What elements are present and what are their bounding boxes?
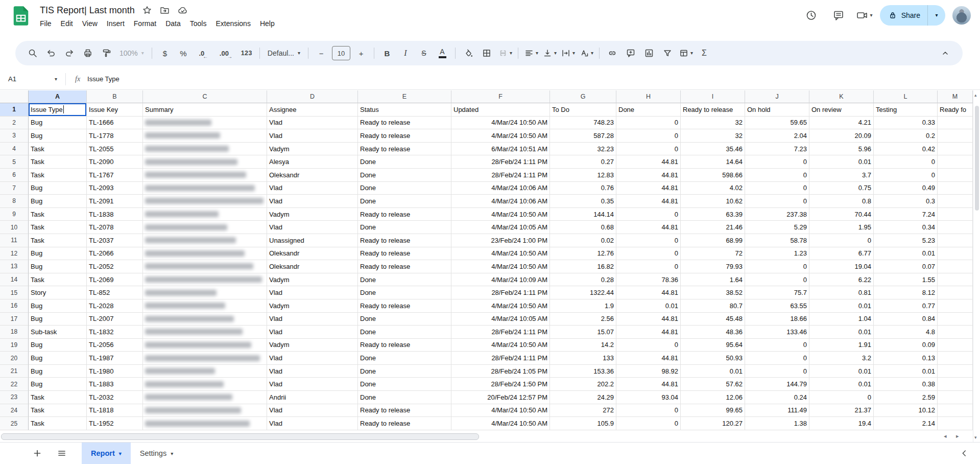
cell[interactable]: 4/Mar/24 10:50 AM	[451, 247, 550, 261]
cell[interactable]: 63.39	[681, 208, 745, 221]
all-sheets-icon[interactable]	[53, 445, 70, 462]
cell[interactable]	[143, 404, 267, 417]
cell[interactable]: Done	[358, 286, 451, 299]
cell[interactable]: 0	[809, 391, 874, 404]
cell[interactable]: Bug	[29, 339, 87, 352]
add-sheet-icon[interactable]	[29, 445, 46, 462]
redo-icon[interactable]	[60, 45, 79, 61]
cell[interactable]: Bug	[29, 313, 87, 326]
cell[interactable]: 4.02	[681, 182, 745, 195]
cell[interactable]: Done	[616, 103, 681, 117]
cell[interactable]: 14.2	[550, 339, 616, 352]
cell[interactable]: 59.65	[745, 117, 809, 130]
cell[interactable]	[938, 365, 973, 378]
cell[interactable]: 12.06	[681, 391, 745, 404]
filter-icon[interactable]	[658, 45, 677, 61]
cell[interactable]: Andrii	[267, 391, 358, 404]
share-dropdown-button[interactable]: ▾	[927, 5, 945, 26]
cell[interactable]: 45.48	[681, 313, 745, 326]
cell[interactable]: 0	[616, 247, 681, 261]
cell[interactable]	[143, 378, 267, 391]
cell[interactable]: Task	[29, 417, 87, 430]
cell[interactable]: 0	[616, 260, 681, 273]
cell[interactable]: Bug	[29, 247, 87, 261]
cell[interactable]: Done	[358, 391, 451, 404]
cell[interactable]: 1.23	[745, 247, 809, 261]
cell[interactable]: Bug	[29, 117, 87, 130]
cell[interactable]	[938, 391, 973, 404]
cell[interactable]: 748.23	[550, 117, 616, 130]
document-title[interactable]: TIS Report| Last month	[40, 5, 135, 16]
cell[interactable]: Vlad	[267, 404, 358, 417]
row-header-19[interactable]: 19	[0, 339, 29, 352]
avatar[interactable]	[952, 6, 971, 25]
insert-comment-icon[interactable]	[622, 45, 640, 61]
cell[interactable]: Task	[29, 391, 87, 404]
cell[interactable]: 5.29	[745, 221, 809, 234]
cell[interactable]: Vlad	[267, 195, 358, 208]
cell[interactable]: TL-2037	[87, 234, 143, 247]
cell[interactable]	[938, 273, 973, 287]
cell[interactable]: TL-2066	[87, 247, 143, 261]
print-icon[interactable]	[79, 45, 97, 61]
column-header-F[interactable]: F	[451, 90, 550, 103]
column-header-L[interactable]: L	[874, 90, 938, 103]
scroll-right-icon[interactable]: ▸	[956, 433, 959, 439]
cell[interactable]: Vlad	[267, 352, 358, 365]
cell[interactable]	[143, 221, 267, 234]
cell[interactable]: 237.38	[745, 208, 809, 221]
cell[interactable]: Ready to release	[358, 143, 451, 156]
cell[interactable]: Done	[358, 273, 451, 287]
cell[interactable]: Ready to release	[358, 208, 451, 221]
cell[interactable]: TL-2032	[87, 391, 143, 404]
cell[interactable]	[143, 391, 267, 404]
cell[interactable]: 32	[681, 117, 745, 130]
cell[interactable]: TL-1767	[87, 169, 143, 182]
cell[interactable]: 28/Feb/24 1:11 PM	[451, 352, 550, 365]
cell[interactable]: Done	[358, 195, 451, 208]
cell[interactable]: Ready to release	[358, 299, 451, 313]
cell[interactable]: 50.93	[681, 352, 745, 365]
cell[interactable]: Task	[29, 169, 87, 182]
cell[interactable]: 3.2	[809, 352, 874, 365]
cell[interactable]	[143, 339, 267, 352]
borders-icon[interactable]	[477, 45, 496, 61]
cell[interactable]: Vlad	[267, 326, 358, 339]
cell[interactable]: 4/Mar/24 10:06 AM	[451, 195, 550, 208]
cell[interactable]	[143, 195, 267, 208]
cell[interactable]: 98.92	[616, 365, 681, 378]
cell[interactable]: Vlad	[267, 221, 358, 234]
cell[interactable]: 144.14	[550, 208, 616, 221]
cell[interactable]: 48.36	[681, 326, 745, 339]
cell[interactable]: 68.99	[681, 234, 745, 247]
cell[interactable]: Issue Key	[87, 103, 143, 117]
cell[interactable]: Vlad	[267, 313, 358, 326]
italic-button[interactable]: I	[396, 45, 415, 61]
cell[interactable]: 1.04	[809, 313, 874, 326]
cell[interactable]: 0.77	[874, 299, 938, 313]
cell[interactable]: Done	[358, 352, 451, 365]
cell[interactable]: 0	[616, 234, 681, 247]
cell[interactable]: 8.12	[874, 286, 938, 299]
star-icon[interactable]	[142, 5, 152, 15]
currency-format-button[interactable]: $	[156, 45, 174, 61]
cell[interactable]: 0.01	[809, 299, 874, 313]
cell[interactable]: 0.07	[874, 260, 938, 273]
cell[interactable]: 0.42	[874, 143, 938, 156]
cell[interactable]: Vlad	[267, 129, 358, 143]
cell[interactable]: TL-2091	[87, 195, 143, 208]
cell[interactable]: Vlad	[267, 417, 358, 430]
row-header-3[interactable]: 3	[0, 129, 29, 143]
cell[interactable]: Done	[358, 365, 451, 378]
cell[interactable]	[938, 234, 973, 247]
cell[interactable]	[938, 208, 973, 221]
cell[interactable]	[143, 326, 267, 339]
cell[interactable]: 1.38	[745, 417, 809, 430]
cell[interactable]: 19.04	[809, 260, 874, 273]
cell[interactable]: Ready to release	[358, 260, 451, 273]
cell[interactable]: To Do	[550, 103, 616, 117]
cell[interactable]: 0.35	[550, 195, 616, 208]
cell[interactable]: 44.81	[616, 326, 681, 339]
cell[interactable]: 20/Feb/24 12:57 PM	[451, 391, 550, 404]
cell[interactable]: TL-852	[87, 286, 143, 299]
